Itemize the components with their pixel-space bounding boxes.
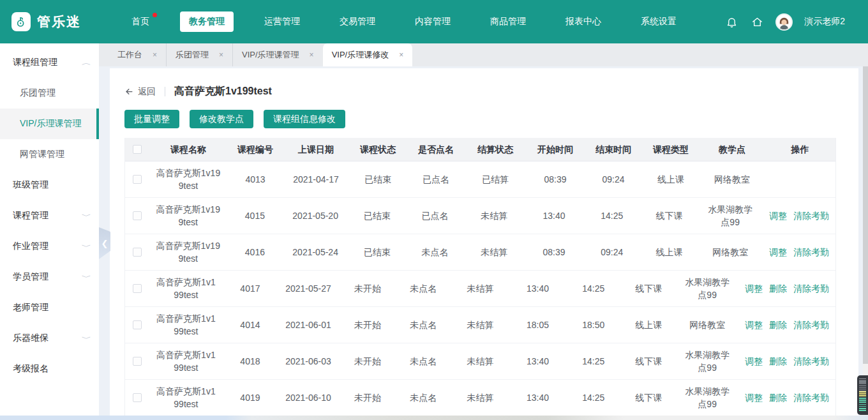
cell-rollcall: 已点名 xyxy=(407,198,464,234)
sidebar-item-7[interactable]: 乐器维保﹀ xyxy=(0,323,99,354)
tab-close-icon[interactable]: × xyxy=(219,50,223,59)
op-link-0[interactable]: 调整 xyxy=(745,391,763,404)
sidebar-subitem-1-2[interactable]: VIP/乐理课管理 xyxy=(0,109,99,139)
bell-icon[interactable] xyxy=(724,15,738,29)
cell-operations: 调整清除考勤 xyxy=(763,198,835,234)
page-title: 高音萨克斯1v199test xyxy=(174,85,272,98)
cell-start: 08:39 xyxy=(525,234,583,270)
sidebar-item-2[interactable]: 班级管理 xyxy=(0,170,99,200)
tab-label: VIP/乐理课修改 xyxy=(332,49,389,61)
op-link-1[interactable]: 删除 xyxy=(769,355,787,368)
nav-item-8[interactable]: 系统设置 xyxy=(632,11,685,32)
nav-item-5[interactable]: 内容管理 xyxy=(406,11,460,32)
nav-item-1[interactable]: 首页 xyxy=(123,11,158,32)
op-link-2[interactable]: 清除考勤 xyxy=(793,282,829,295)
back-button[interactable]: 返回 xyxy=(124,86,156,98)
cell-date: 2021-05-24 xyxy=(283,234,348,270)
row-checkbox[interactable] xyxy=(133,284,142,293)
notification-dot xyxy=(153,13,157,17)
op-link-1[interactable]: 清除考勤 xyxy=(793,209,829,222)
sidebar-item-5[interactable]: 学员管理﹀ xyxy=(0,262,99,292)
cell-type: 线上课 xyxy=(641,234,698,270)
cell-code: 4015 xyxy=(227,198,283,234)
tab-2[interactable]: 乐团管理× xyxy=(167,43,233,66)
cell-end: 18:50 xyxy=(566,307,621,343)
chevron-down-icon: ﹀ xyxy=(82,334,91,343)
op-link-0[interactable]: 调整 xyxy=(745,355,763,368)
horizontal-scrollbar[interactable] xyxy=(0,416,868,420)
op-link-0[interactable]: 调整 xyxy=(769,209,787,222)
cell-operations: 调整删除清除考勤 xyxy=(738,343,835,379)
row-checkbox[interactable] xyxy=(133,393,142,402)
cell-date: 2021-06-01 xyxy=(277,307,340,343)
tab-close-icon[interactable]: × xyxy=(153,50,157,59)
cell-rollcall: 未点名 xyxy=(396,380,451,416)
user-name[interactable]: 演示老师2 xyxy=(804,16,845,27)
course-table: 课程名称课程编号上课日期课程状态是否点名结算状态开始时间结束时间课程类型教学点操… xyxy=(124,138,836,416)
op-link-1[interactable]: 清除考勤 xyxy=(793,246,829,259)
row-checkbox[interactable] xyxy=(133,248,142,257)
tab-close-icon[interactable]: × xyxy=(310,50,314,59)
op-link-0[interactable]: 调整 xyxy=(769,246,787,259)
column-header: 结算状态 xyxy=(465,138,526,161)
sidebar-subitem-1-1[interactable]: 乐团管理 xyxy=(0,78,99,109)
content-area: 返回 高音萨克斯1v199test 批量调整修改教学点课程组信息修改 课程名称课… xyxy=(99,66,868,416)
user-avatar[interactable] xyxy=(775,13,793,31)
op-link-1[interactable]: 删除 xyxy=(769,282,787,295)
row-checkbox-cell xyxy=(125,307,149,343)
cell-type: 线下课 xyxy=(621,343,676,379)
nav-item-2[interactable]: 教务管理 xyxy=(180,11,234,32)
sidebar-item-3[interactable]: 课程管理﹀ xyxy=(0,200,99,231)
cell-name: 高音萨克斯1v199test xyxy=(149,271,223,306)
nav-item-7[interactable]: 报表中心 xyxy=(557,11,610,32)
op-link-1[interactable]: 删除 xyxy=(769,391,787,404)
cell-date: 2021-06-10 xyxy=(277,380,340,416)
cell-venue: 水果湖教学点99 xyxy=(676,343,738,379)
cell-code: 4019 xyxy=(223,380,277,416)
nav-item-3[interactable]: 运营管理 xyxy=(255,11,309,32)
op-link-2[interactable]: 清除考勤 xyxy=(793,355,829,368)
nav-item-4[interactable]: 交易管理 xyxy=(331,11,384,32)
cell-type: 线上课 xyxy=(621,307,676,343)
main-area: 工作台×乐团管理×VIP/乐理课管理×VIP/乐理课修改× 返回 高音萨克斯1v… xyxy=(99,43,868,416)
nav-item-6[interactable]: 商品管理 xyxy=(481,11,535,32)
sidebar-item-4[interactable]: 作业管理﹀ xyxy=(0,231,99,262)
row-checkbox[interactable] xyxy=(133,320,142,329)
cell-date: 2021-05-27 xyxy=(277,271,340,306)
toolbar-button-1[interactable]: 批量调整 xyxy=(124,110,179,128)
row-checkbox[interactable] xyxy=(133,211,142,220)
sidebar: 课程组管理︿乐团管理VIP/乐理课管理网管课管理班级管理课程管理﹀作业管理﹀学员… xyxy=(0,43,99,416)
tab-label: 乐团管理 xyxy=(176,49,209,61)
sidebar-subitem-1-3[interactable]: 网管课管理 xyxy=(0,139,99,170)
column-header: 课程编号 xyxy=(227,138,283,161)
sidebar-item-8[interactable]: 考级报名 xyxy=(0,354,99,384)
tab-3[interactable]: VIP/乐理课管理× xyxy=(233,43,323,66)
tab-1[interactable]: 工作台× xyxy=(108,43,167,66)
cell-date: 2021-05-20 xyxy=(283,198,348,234)
tab-4[interactable]: VIP/乐理课修改× xyxy=(323,43,413,66)
tab-close-icon[interactable]: × xyxy=(399,50,403,59)
vertical-scrollbar-thumb[interactable] xyxy=(863,66,868,364)
cell-rollcall: 未点名 xyxy=(396,307,451,343)
home-icon[interactable] xyxy=(750,15,764,29)
op-link-0[interactable]: 调整 xyxy=(745,319,763,331)
cell-date: 2021-06-03 xyxy=(277,343,340,379)
row-checkbox[interactable] xyxy=(133,357,142,366)
sidebar-item-6[interactable]: 老师管理 xyxy=(0,292,99,323)
cell-rollcall: 未点名 xyxy=(396,343,451,379)
op-link-1[interactable]: 删除 xyxy=(769,319,787,331)
row-checkbox-cell xyxy=(125,380,149,416)
select-all-checkbox[interactable] xyxy=(133,145,142,154)
op-link-2[interactable]: 清除考勤 xyxy=(793,391,829,404)
cell-code: 4016 xyxy=(227,234,283,270)
op-link-2[interactable]: 清除考勤 xyxy=(793,319,829,331)
sidebar-item-1[interactable]: 课程组管理︿ xyxy=(0,47,99,78)
table-row: 高音萨克斯1v199test40132021-04-17已结束已点名已结算08:… xyxy=(125,161,835,198)
row-checkbox[interactable] xyxy=(133,175,142,184)
cell-end: 14:25 xyxy=(566,380,621,416)
cell-date: 2021-04-17 xyxy=(283,161,348,197)
toolbar-button-2[interactable]: 修改教学点 xyxy=(190,110,253,128)
toolbar-button-3[interactable]: 课程组信息修改 xyxy=(264,110,345,128)
op-link-0[interactable]: 调整 xyxy=(745,282,763,295)
cell-settle: 未结算 xyxy=(451,380,509,416)
